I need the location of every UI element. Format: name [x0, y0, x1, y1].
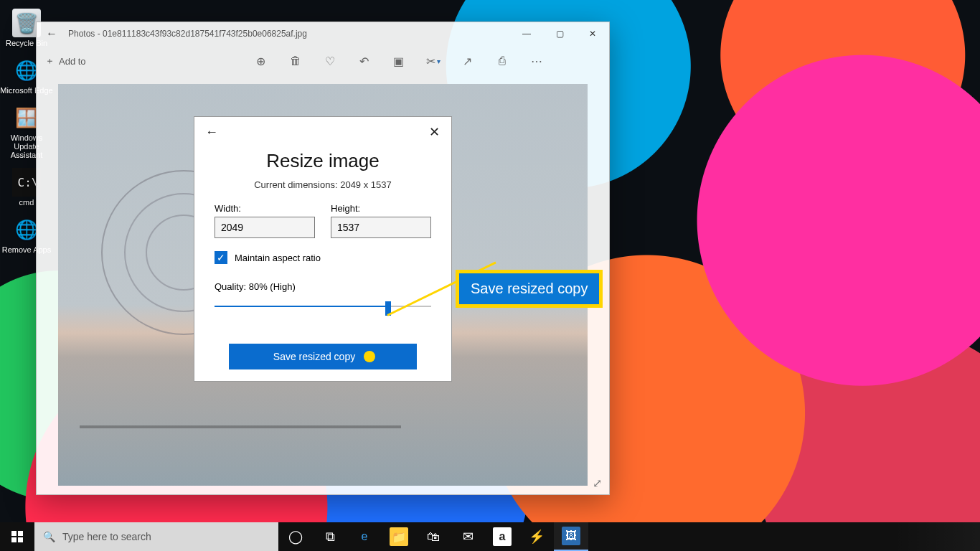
- crop-button[interactable]: ▣: [382, 55, 416, 68]
- add-to-button[interactable]: ＋ Add to: [37, 55, 86, 67]
- more-button[interactable]: ⋯: [519, 55, 554, 68]
- delete-button[interactable]: 🗑: [278, 55, 313, 67]
- system-tray[interactable]: [894, 522, 980, 551]
- print-icon: ⎙: [499, 55, 506, 67]
- taskbar-mail[interactable]: ✉: [451, 522, 485, 551]
- quality-label: Quality: 80% (High): [215, 281, 431, 292]
- svg-rect-2: [11, 537, 17, 542]
- window-minimize-button[interactable]: —: [510, 22, 543, 45]
- trash-icon: 🗑: [290, 55, 301, 67]
- titlebar: ← Photos - 01e811183c43f93c82d187541f743…: [37, 22, 609, 45]
- fullscreen-button[interactable]: ⤢: [593, 476, 602, 490]
- quality-slider[interactable]: [215, 299, 431, 314]
- resize-dialog: ← ✕ Resize image Current dimensions: 204…: [194, 116, 452, 382]
- rotate-icon: ↶: [359, 55, 369, 67]
- zoom-icon: ⊕: [256, 55, 265, 67]
- dialog-close-button[interactable]: ✕: [425, 124, 443, 140]
- start-button[interactable]: [0, 522, 34, 551]
- rotate-button[interactable]: ↶: [347, 55, 382, 68]
- share-button[interactable]: ↗: [451, 55, 485, 68]
- dialog-current-dimensions: Current dimensions: 2049 x 1537: [194, 179, 451, 190]
- search-icon: 🔍: [43, 531, 55, 542]
- annotation-dot: [364, 351, 375, 362]
- callout-text: Save resized copy: [471, 281, 588, 296]
- taskbar-app-lightning[interactable]: ⚡: [519, 522, 554, 551]
- desktop: 🗑️ Recycle Bin 🌐 Microsoft Edge 🪟 Window…: [0, 0, 980, 551]
- dialog-title: Resize image: [194, 150, 451, 172]
- add-to-label: Add to: [59, 56, 86, 67]
- annotation-callout: Save resized copy: [456, 270, 603, 308]
- taskbar-edge[interactable]: e: [347, 522, 382, 551]
- print-button[interactable]: ⎙: [485, 55, 519, 67]
- task-view-icon: ⧉: [326, 529, 335, 545]
- taskbar-amazon[interactable]: a: [485, 522, 519, 551]
- maintain-aspect-label: Maintain aspect ratio: [235, 253, 321, 263]
- zoom-button[interactable]: ⊕: [244, 55, 278, 68]
- taskbar-file-explorer[interactable]: 📁: [382, 522, 416, 551]
- edit-menu-button[interactable]: ✂ ▾: [416, 55, 451, 68]
- windows-logo-icon: [11, 531, 23, 542]
- photos-icon: 🖼: [562, 527, 580, 545]
- lightning-icon: ⚡: [529, 529, 545, 545]
- ellipsis-icon: ⋯: [531, 55, 542, 67]
- crop-icon: ▣: [393, 55, 404, 67]
- window-close-button[interactable]: ✕: [576, 22, 609, 45]
- mail-icon: ✉: [463, 529, 473, 545]
- width-label: Width:: [215, 203, 315, 214]
- height-input[interactable]: [331, 217, 431, 238]
- cortana-icon: ◯: [288, 529, 303, 545]
- toolbar: ＋ Add to ⊕ 🗑 ♡ ↶ ▣ ✂ ▾ ↗ ⎙ ⋯: [37, 45, 609, 77]
- plus-icon: ＋: [45, 55, 55, 67]
- store-icon: 🛍: [427, 529, 440, 545]
- share-icon: ↗: [463, 55, 472, 67]
- dialog-back-button[interactable]: ←: [203, 125, 220, 140]
- slider-track: [215, 306, 431, 307]
- favorite-button[interactable]: ♡: [313, 55, 347, 68]
- image-content-pier: [80, 425, 401, 428]
- edit-icon: ✂: [426, 55, 435, 68]
- window-maximize-button[interactable]: ▢: [543, 22, 576, 45]
- taskbar-store[interactable]: 🛍: [416, 522, 451, 551]
- checkbox-checked-icon: ✓: [215, 251, 227, 264]
- svg-rect-0: [11, 531, 17, 536]
- height-label: Height:: [331, 203, 431, 214]
- maintain-aspect-checkbox[interactable]: ✓ Maintain aspect ratio: [215, 251, 431, 264]
- taskbar-search[interactable]: 🔍 Type here to search: [34, 522, 278, 551]
- save-button-label: Save resized copy: [273, 351, 355, 362]
- window-title: Photos - 01e811183c43f93c82d187541f743f2…: [68, 29, 510, 39]
- slider-fill: [215, 306, 388, 307]
- save-resized-copy-button[interactable]: Save resized copy: [229, 344, 417, 369]
- search-placeholder: Type here to search: [62, 531, 151, 542]
- taskbar-photos[interactable]: 🖼: [554, 522, 588, 551]
- edge-icon: e: [355, 527, 374, 546]
- heart-icon: ♡: [325, 55, 335, 67]
- svg-rect-3: [18, 537, 23, 542]
- svg-rect-1: [18, 531, 23, 536]
- taskbar-cortana[interactable]: ◯: [278, 522, 313, 551]
- chevron-down-icon: ▾: [437, 57, 440, 65]
- amazon-icon: a: [493, 527, 512, 546]
- taskbar-task-view[interactable]: ⧉: [313, 522, 347, 551]
- width-input[interactable]: [215, 217, 315, 238]
- back-button[interactable]: ←: [37, 27, 67, 40]
- folder-icon: 📁: [390, 527, 408, 546]
- taskbar: 🔍 Type here to search ◯ ⧉ e 📁 🛍 ✉ a ⚡ 🖼: [0, 522, 980, 551]
